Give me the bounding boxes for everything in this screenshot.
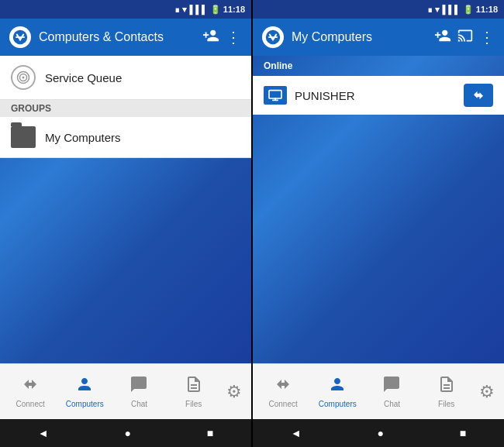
groups-section-label: Groups bbox=[0, 100, 251, 117]
right-chat-nav-icon bbox=[382, 375, 401, 398]
right-cast-icon[interactable] bbox=[457, 28, 473, 47]
service-queue-item[interactable]: Service Queue bbox=[0, 56, 251, 100]
computer-icon bbox=[264, 86, 287, 105]
add-person-icon[interactable] bbox=[202, 27, 219, 48]
connect-arrow-button[interactable] bbox=[464, 84, 493, 107]
wifi-icon: ▾ bbox=[182, 5, 187, 15]
left-sys-nav: ◄ ● ■ bbox=[0, 419, 251, 447]
more-vert-icon[interactable]: ⋮ bbox=[226, 28, 242, 46]
bluetooth-icon: ∎ bbox=[174, 5, 180, 15]
right-tv-logo-svg bbox=[265, 29, 281, 45]
right-computers-nav-icon bbox=[328, 375, 347, 398]
right-nav-connect[interactable]: Connect bbox=[262, 375, 305, 408]
right-main-content: Online PUNISHER bbox=[253, 56, 504, 363]
right-back-button[interactable]: ◄ bbox=[291, 427, 302, 439]
right-time-display: 11:18 bbox=[476, 5, 498, 14]
tv-logo-svg bbox=[12, 29, 28, 45]
left-app-header: Computers & Contacts ⋮ bbox=[0, 19, 251, 56]
connect-nav-icon bbox=[21, 375, 40, 398]
right-more-vert-icon[interactable]: ⋮ bbox=[479, 28, 495, 46]
right-nav-files[interactable]: Files bbox=[425, 375, 468, 408]
status-icons: ∎ ▾ ▌▌▌ 🔋 11:18 bbox=[174, 5, 245, 15]
right-connect-nav-icon bbox=[274, 375, 292, 398]
teamviewer-logo bbox=[9, 26, 31, 48]
right-connect-nav-label: Connect bbox=[268, 400, 297, 408]
my-computers-item[interactable]: My Computers bbox=[0, 117, 251, 158]
left-status-bar: ∎ ▾ ▌▌▌ 🔋 11:18 bbox=[0, 0, 251, 19]
service-queue-label: Service Queue bbox=[45, 71, 122, 84]
computers-nav-icon bbox=[75, 375, 94, 398]
right-files-nav-label: Files bbox=[438, 400, 454, 408]
right-teamviewer-logo bbox=[262, 26, 284, 48]
time-display: 11:18 bbox=[223, 5, 245, 14]
right-bluetooth-icon: ∎ bbox=[427, 5, 433, 15]
svg-rect-4 bbox=[80, 386, 89, 388]
nav-computers[interactable]: Computers bbox=[64, 375, 106, 408]
chat-nav-label: Chat bbox=[131, 400, 147, 408]
svg-rect-6 bbox=[269, 91, 281, 98]
left-header-icons: ⋮ bbox=[202, 27, 242, 48]
computer-name: PUNISHER bbox=[295, 89, 456, 102]
right-sys-nav: ◄ ● ■ bbox=[253, 419, 504, 447]
nav-connect[interactable]: Connect bbox=[9, 375, 52, 408]
service-queue-icon bbox=[11, 65, 36, 90]
right-signal-icon: ▌▌▌ bbox=[442, 5, 460, 14]
right-battery-icon: 🔋 bbox=[463, 5, 474, 15]
files-nav-label: Files bbox=[185, 400, 202, 408]
files-nav-icon bbox=[185, 375, 203, 398]
right-nav-chat[interactable]: Chat bbox=[371, 375, 413, 408]
right-header-icons: ⋮ bbox=[434, 27, 495, 48]
right-wifi-icon: ▾ bbox=[435, 5, 440, 15]
chat-nav-icon bbox=[129, 375, 148, 398]
nav-chat[interactable]: Chat bbox=[118, 375, 161, 408]
right-status-icons: ∎ ▾ ▌▌▌ 🔋 11:18 bbox=[427, 5, 498, 15]
right-bottom-nav: Connect Computers Chat bbox=[253, 363, 504, 419]
online-section-label: Online bbox=[253, 56, 504, 76]
settings-gear-icon[interactable]: ⚙ bbox=[226, 382, 242, 402]
right-add-person-icon[interactable] bbox=[434, 27, 451, 48]
right-header-title: My Computers bbox=[292, 30, 426, 44]
svg-point-3 bbox=[22, 77, 25, 79]
computers-nav-label: Computers bbox=[66, 400, 104, 408]
connect-nav-label: Connect bbox=[16, 400, 44, 408]
recent-button[interactable]: ■ bbox=[207, 427, 213, 439]
right-files-nav-icon bbox=[437, 375, 456, 398]
right-home-button[interactable]: ● bbox=[377, 427, 383, 439]
right-phone: ∎ ▾ ▌▌▌ 🔋 11:18 My Computers bbox=[253, 0, 504, 447]
left-bottom-nav: Connect Computers Chat bbox=[0, 363, 251, 419]
right-recent-button[interactable]: ■ bbox=[460, 427, 466, 439]
back-button[interactable]: ◄ bbox=[38, 427, 49, 439]
right-chat-nav-label: Chat bbox=[384, 400, 400, 408]
nav-files[interactable]: Files bbox=[172, 375, 215, 408]
left-header-title: Computers & Contacts bbox=[39, 30, 195, 44]
right-status-bar: ∎ ▾ ▌▌▌ 🔋 11:18 bbox=[253, 0, 504, 19]
folder-icon bbox=[11, 126, 36, 148]
right-settings-gear-icon[interactable]: ⚙ bbox=[479, 382, 495, 402]
right-app-header: My Computers ⋮ bbox=[253, 19, 504, 56]
home-button[interactable]: ● bbox=[124, 427, 130, 439]
left-phone: ∎ ▾ ▌▌▌ 🔋 11:18 Computers & Contacts ⋮ bbox=[0, 0, 251, 447]
punisher-computer-item[interactable]: PUNISHER bbox=[253, 76, 504, 115]
left-main-content: Service Queue Groups My Computers bbox=[0, 56, 251, 363]
right-nav-computers[interactable]: Computers bbox=[316, 375, 359, 408]
right-computers-nav-label: Computers bbox=[319, 400, 357, 408]
signal-icon: ▌▌▌ bbox=[189, 5, 207, 14]
battery-icon: 🔋 bbox=[210, 5, 221, 15]
my-computers-label: My Computers bbox=[45, 131, 121, 144]
